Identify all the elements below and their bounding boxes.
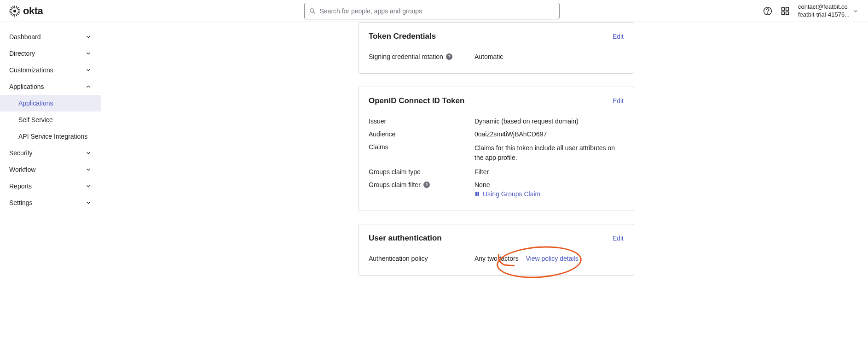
row-value: Automatic: [475, 53, 624, 60]
book-icon: [475, 191, 480, 197]
brand-text: okta: [23, 5, 43, 17]
sidebar-sub-label: Applications: [18, 100, 53, 107]
main-content: Token Credentials Edit Signing credentia…: [101, 22, 868, 364]
sidebar-item-workflow[interactable]: Workflow: [0, 161, 101, 178]
row-value: None: [475, 181, 624, 188]
chevron-down-icon: [85, 200, 92, 206]
sidebar-item-label: Customizations: [9, 66, 53, 74]
sidebar-item-label: Workflow: [9, 166, 35, 173]
svg-rect-5: [17, 6, 19, 9]
sidebar-item-label: Directory: [9, 50, 35, 57]
svg-line-18: [313, 12, 315, 13]
sidebar-item-label: Settings: [9, 199, 33, 206]
svg-rect-4: [18, 11, 20, 12]
search-input[interactable]: [319, 7, 555, 15]
row-value: 0oaiz2sm4iWjBAhCD697: [475, 130, 624, 138]
svg-rect-23: [781, 12, 784, 14]
card-title: OpenID Connect ID Token: [369, 96, 464, 106]
search-icon: [309, 8, 316, 14]
svg-rect-22: [786, 7, 789, 10]
row-label: Signing credential rotation: [369, 53, 443, 60]
account-email: contact@featbit.co: [798, 3, 850, 11]
row-value: Any two factors: [475, 255, 519, 262]
card-title: Token Credentials: [369, 32, 436, 41]
okta-burst-icon: [9, 6, 20, 17]
svg-rect-8: [17, 13, 19, 15]
sidebar-item-label: Security: [9, 149, 33, 157]
chevron-down-icon: [85, 166, 92, 173]
sidebar-sub-label: API Service Integrations: [18, 133, 87, 140]
logo[interactable]: okta: [9, 5, 101, 17]
sidebar-sub-api-service-integrations[interactable]: API Service Integrations: [0, 128, 101, 145]
chevron-up-icon: [85, 83, 92, 90]
svg-rect-15: [10, 8, 12, 10]
row-value: Claims for this token include all user a…: [475, 143, 624, 163]
chevron-down-icon: [852, 8, 859, 14]
sidebar-sub-label: Self Service: [18, 116, 53, 123]
sidebar-item-settings[interactable]: Settings: [0, 194, 101, 211]
edit-link[interactable]: Edit: [613, 97, 624, 105]
help-icon[interactable]: [763, 6, 772, 16]
account-org: featbit-trial-41576...: [798, 11, 850, 19]
svg-point-0: [13, 10, 16, 12]
sidebar-item-customizations[interactable]: Customizations: [0, 62, 101, 78]
svg-rect-2: [14, 14, 15, 17]
sidebar-item-reports[interactable]: Reports: [0, 178, 101, 194]
chevron-down-icon: [85, 50, 92, 57]
sidebar-item-applications[interactable]: Applications: [0, 78, 101, 95]
sidebar-item-dashboard[interactable]: Dashboard: [0, 29, 101, 45]
sidebar: Dashboard Directory Customizations Appli…: [0, 22, 101, 364]
row-label: Issuer: [369, 117, 386, 125]
chevron-down-icon: [85, 150, 92, 156]
card-openid-token: OpenID Connect ID Token Edit Issuer Dyna…: [358, 87, 634, 211]
view-policy-details-link[interactable]: View policy details: [526, 255, 579, 262]
using-groups-claim-link[interactable]: Using Groups Claim: [483, 190, 540, 198]
apps-grid-icon[interactable]: [781, 6, 790, 16]
row-issuer: Issuer Dynamic (based on request domain): [369, 115, 624, 128]
svg-rect-1: [14, 6, 15, 8]
edit-link[interactable]: Edit: [613, 235, 624, 242]
row-signing-credential-rotation: Signing credential rotation ? Automatic: [369, 50, 624, 63]
svg-rect-10: [12, 14, 14, 16]
svg-point-20: [767, 12, 768, 13]
svg-point-17: [310, 8, 314, 12]
sidebar-item-label: Dashboard: [9, 33, 41, 41]
row-label: Claims: [369, 143, 388, 151]
svg-rect-21: [781, 7, 784, 10]
sidebar-item-directory[interactable]: Directory: [0, 45, 101, 62]
row-claims: Claims Claims for this token include all…: [369, 141, 624, 165]
topbar: okta contact@featbit.co featbit-trial-41…: [0, 0, 868, 22]
row-label: Authentication policy: [369, 255, 428, 262]
row-audience: Audience 0oaiz2sm4iWjBAhCD697: [369, 128, 624, 141]
sidebar-item-label: Reports: [9, 182, 32, 190]
row-label: Audience: [369, 130, 395, 138]
help-tooltip-icon[interactable]: ?: [446, 53, 452, 60]
account-menu[interactable]: contact@featbit.co featbit-trial-41576..…: [798, 3, 859, 19]
svg-rect-13: [17, 8, 20, 10]
card-token-credentials: Token Credentials Edit Signing credentia…: [358, 22, 634, 74]
row-label: Groups claim type: [369, 168, 421, 176]
sidebar-sub-applications[interactable]: Applications: [0, 95, 101, 112]
row-groups-claim-filter: Groups claim filter ? None Using Groups …: [369, 178, 624, 200]
chevron-down-icon: [85, 34, 92, 40]
row-value: Filter: [475, 168, 624, 176]
help-tooltip-icon[interactable]: ?: [423, 182, 430, 188]
svg-rect-3: [9, 11, 12, 12]
edit-link[interactable]: Edit: [613, 33, 624, 40]
row-value: Dynamic (based on request domain): [475, 117, 624, 125]
svg-rect-16: [17, 12, 20, 13]
svg-rect-24: [786, 12, 789, 14]
svg-rect-7: [11, 6, 13, 9]
sidebar-item-security[interactable]: Security: [0, 145, 101, 161]
sidebar-sub-self-service[interactable]: Self Service: [0, 112, 101, 128]
svg-rect-6: [11, 13, 13, 15]
search-box[interactable]: [304, 3, 560, 19]
svg-rect-11: [12, 6, 14, 8]
row-groups-claim-type: Groups claim type Filter: [369, 165, 624, 178]
chevron-down-icon: [85, 183, 92, 189]
row-label: Groups claim filter: [369, 181, 421, 188]
svg-rect-9: [16, 6, 17, 8]
svg-rect-12: [16, 14, 17, 16]
card-user-authentication: User authentication Edit Authentication …: [358, 224, 634, 276]
row-authentication-policy: Authentication policy Any two factors Vi…: [369, 252, 624, 265]
